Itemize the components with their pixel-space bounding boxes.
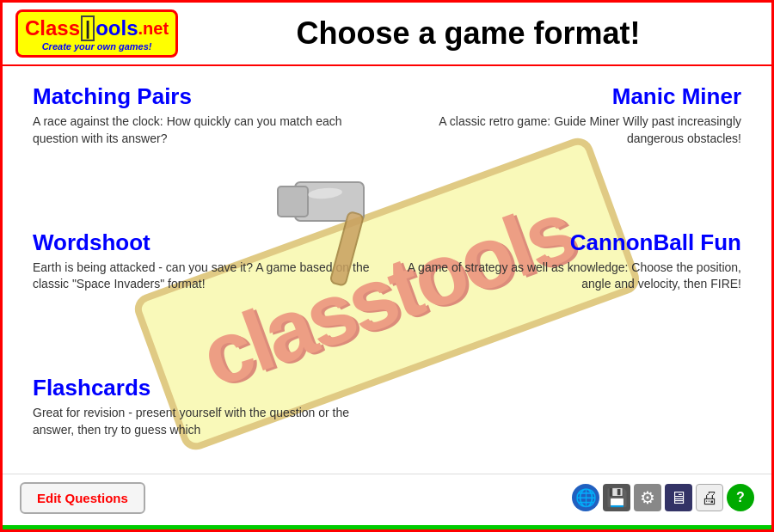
svg-rect-1 xyxy=(278,187,308,217)
globe-icon[interactable]: 🌐 xyxy=(572,484,599,511)
flashcards-title[interactable]: Flashcards xyxy=(33,375,374,401)
header: Class | ools .net Create your own games!… xyxy=(3,3,771,66)
matching-pairs-desc: A race against the clock: How quickly ca… xyxy=(33,113,374,147)
logo-subtitle: Create your own games! xyxy=(42,41,152,52)
game-option-manic-miner[interactable]: Manic Miner A classic retro game: Guide … xyxy=(387,75,754,221)
bottom-line xyxy=(3,525,771,529)
edit-questions-button[interactable]: Edit Questions xyxy=(20,482,145,514)
main-content: classtools Matching Pairs A race against… xyxy=(3,66,771,521)
matching-pairs-title[interactable]: Matching Pairs xyxy=(33,83,374,110)
cannonball-fun-title[interactable]: CannonBall Fun xyxy=(400,229,741,256)
manic-miner-desc: A classic retro game: Guide Miner Willy … xyxy=(400,113,741,147)
gear-icon[interactable]: ⚙ xyxy=(634,484,661,511)
page-title: Choose a game format! xyxy=(178,15,759,52)
save-icon[interactable]: 💾 xyxy=(603,484,630,511)
bottom-bar: Edit Questions 🌐 💾 ⚙ 🖥 🖨 ? xyxy=(3,474,771,521)
cannonball-fun-desc: A game of strategy as well as knowledge:… xyxy=(400,260,741,293)
manic-miner-title[interactable]: Manic Miner xyxy=(400,83,741,110)
game-option-cannonball-fun[interactable]: CannonBall Fun A game of strategy as wel… xyxy=(387,221,754,367)
toolbar-icons: 🌐 💾 ⚙ 🖥 🖨 ? xyxy=(572,484,754,511)
monitor-icon[interactable]: 🖥 xyxy=(665,484,692,511)
logo[interactable]: Class | ools .net Create your own games! xyxy=(15,9,178,58)
hammer-icon xyxy=(269,161,407,298)
flashcards-desc: Great for revision - present yourself wi… xyxy=(33,405,374,438)
print-icon[interactable]: 🖨 xyxy=(696,484,723,511)
svg-rect-2 xyxy=(330,211,364,286)
help-icon[interactable]: ? xyxy=(727,484,754,511)
